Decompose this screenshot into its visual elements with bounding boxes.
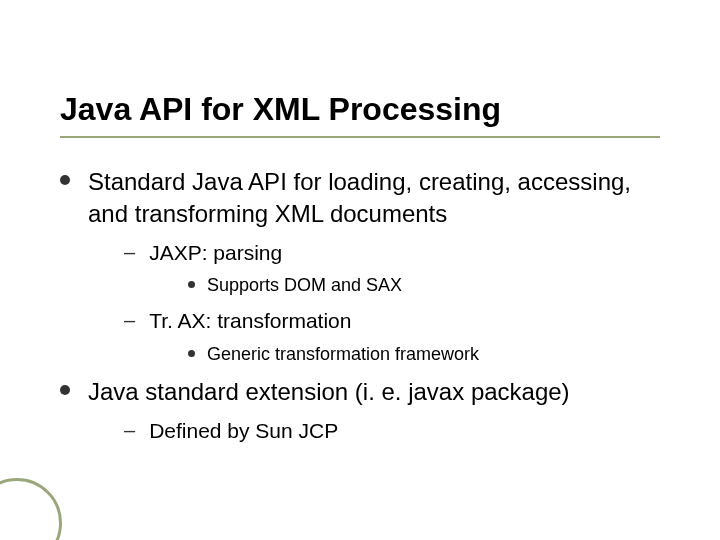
bullet-level3: Generic transformation framework	[188, 343, 660, 366]
disc-bullet-icon	[60, 385, 70, 395]
bullet-level2: – Tr. AX: transformation	[124, 307, 660, 334]
slide: Java API for XML Processing Standard Jav…	[0, 0, 720, 540]
bullet-level2: – JAXP: parsing	[124, 239, 660, 266]
dash-bullet-icon: –	[124, 417, 135, 443]
bullet-text: Defined by Sun JCP	[149, 417, 338, 444]
disc-bullet-icon	[188, 281, 195, 288]
bullet-text: Java standard extension (i. e. javax pac…	[88, 376, 570, 407]
bullet-level1: Java standard extension (i. e. javax pac…	[60, 376, 660, 407]
dash-bullet-icon: –	[124, 239, 135, 265]
slide-title: Java API for XML Processing	[60, 90, 660, 128]
bullet-text: Generic transformation framework	[207, 343, 479, 366]
bullet-text: Supports DOM and SAX	[207, 274, 402, 297]
disc-bullet-icon	[60, 175, 70, 185]
decorative-ring-icon	[0, 478, 62, 540]
bullet-text: Tr. AX: transformation	[149, 307, 351, 334]
slide-content: Standard Java API for loading, creating,…	[60, 166, 660, 444]
bullet-level3: Supports DOM and SAX	[188, 274, 660, 297]
bullet-text: Standard Java API for loading, creating,…	[88, 166, 660, 228]
disc-bullet-icon	[188, 350, 195, 357]
bullet-text: JAXP: parsing	[149, 239, 282, 266]
dash-bullet-icon: –	[124, 307, 135, 333]
bullet-level1: Standard Java API for loading, creating,…	[60, 166, 660, 228]
bullet-level2: – Defined by Sun JCP	[124, 417, 660, 444]
title-underline	[60, 136, 660, 138]
